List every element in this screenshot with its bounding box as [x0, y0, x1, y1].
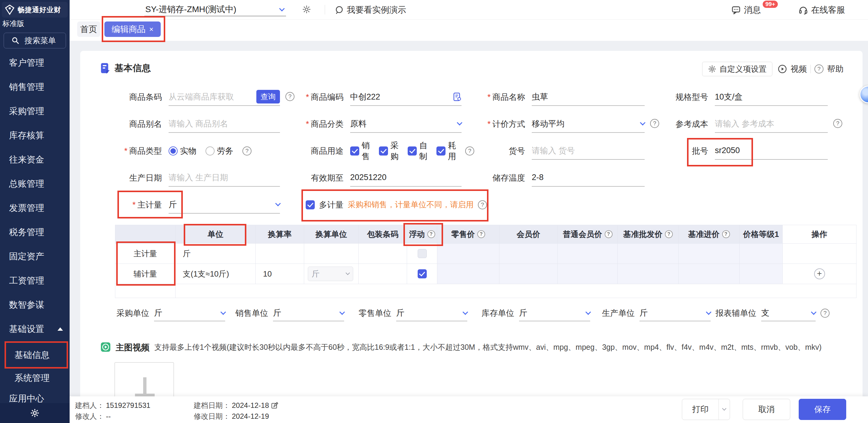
gear-icon[interactable] — [302, 5, 311, 14]
code-input[interactable]: 中创222 — [350, 88, 462, 106]
category-select[interactable]: 原料 — [350, 115, 462, 133]
cell-member[interactable] — [499, 243, 558, 264]
app-name: 畅捷通好业财 — [18, 5, 61, 14]
pack-barcode-input[interactable] — [359, 264, 407, 284]
cell-wholesale[interactable] — [618, 243, 679, 264]
sidebar-item-analytics[interactable]: 数智参谋 — [0, 298, 70, 312]
batch-input[interactable]: sr2050 — [715, 142, 828, 160]
conv-unit-select[interactable]: 斤 — [308, 267, 353, 281]
rate-input[interactable]: 10 — [256, 264, 304, 284]
temp-input[interactable]: 2-8 — [532, 169, 645, 187]
demo-link[interactable]: 我要看实例演示 — [335, 4, 406, 16]
sale-unit-select[interactable]: 斤 — [273, 305, 344, 321]
messages-button[interactable]: 消息 — [731, 4, 761, 16]
barcode-input[interactable]: 从云端商品库获取 查询 — [168, 88, 280, 106]
media-section: 主图视频 支持最多上传1个视频(建议时长30秒以内最多不高于60秒，宽高比16:… — [100, 341, 829, 353]
cell-level1[interactable] — [740, 264, 783, 284]
help-link[interactable]: 帮助 — [827, 64, 843, 74]
expiry-input[interactable]: 20251220 — [350, 169, 462, 187]
sidebar-item-invoice[interactable]: 发票管理 — [0, 201, 70, 215]
proddate-input[interactable]: 请输入 生产日期 — [168, 169, 280, 187]
checkbox-checked-icon — [350, 147, 359, 156]
sidebar-item-ledger[interactable]: 总账管理 — [0, 177, 70, 191]
print-button[interactable]: 打印 — [682, 399, 718, 420]
query-button[interactable]: 查询 — [256, 90, 280, 103]
checkbox-usage-sale[interactable]: 销售 — [350, 140, 370, 162]
artno-input[interactable]: 请输入 货号 — [532, 142, 645, 160]
tab-edit-product[interactable]: 编辑商品 × — [104, 22, 161, 37]
cancel-button[interactable]: 取消 — [743, 399, 790, 420]
col-member-price: 会员价 — [499, 225, 558, 243]
tab-bar: 首页 编辑商品 × ✕ — [70, 19, 868, 41]
sidebar-item-system[interactable]: 系统管理 — [0, 371, 70, 385]
search-icon — [11, 36, 20, 45]
gear-icon[interactable] — [30, 408, 40, 418]
alias-input[interactable]: 请输入 商品别名 — [168, 115, 280, 133]
sidebar-item-funds[interactable]: 往来资金 — [0, 153, 70, 166]
code-rule-icon[interactable] — [453, 92, 462, 101]
cell-level1[interactable] — [740, 243, 783, 264]
checkbox-usage-purchase[interactable]: 采购 — [379, 140, 399, 162]
radio-service[interactable]: 劳务 — [206, 145, 234, 156]
field-proddate: 生产日期 请输入 生产日期 — [115, 164, 297, 191]
sidebar-search-placeholder: 搜索菜单 — [25, 35, 56, 46]
sidebar-item-customer[interactable]: 客户管理 — [0, 56, 70, 70]
table-header-row: 单位 换算率 换算单位 包装条码 浮动 零售价 会员价 普通会员价 基准批发价 … — [115, 225, 857, 243]
field-name: 商品名称 虫草 — [478, 84, 661, 110]
checkbox-floating-checked[interactable] — [417, 269, 427, 279]
cell-retail[interactable] — [437, 243, 499, 264]
cell-wholesale[interactable] — [618, 264, 679, 284]
tab-home[interactable]: 首页 — [77, 22, 100, 37]
close-tab-icon[interactable]: × — [149, 25, 153, 34]
cell-common-member[interactable] — [558, 243, 618, 264]
modifier-meta: 修改人：-- — [75, 412, 111, 421]
add-row-icon[interactable] — [814, 268, 825, 279]
retail-unit-select[interactable]: 斤 — [396, 305, 467, 321]
checkbox-checked-icon — [408, 147, 417, 156]
help-group: 视频 帮助 — [778, 62, 843, 76]
report-aux-unit-select[interactable]: 支 — [761, 305, 816, 321]
refcost-input[interactable]: 请输入 参考成本 — [715, 115, 828, 133]
sidebar-item-tax[interactable]: 税务管理 — [0, 226, 70, 239]
cell-purchase[interactable] — [679, 243, 740, 264]
production-unit-select[interactable]: 斤 — [640, 305, 711, 321]
mainunit-select[interactable]: 斤 — [168, 196, 280, 214]
checkbox-floating-disabled — [417, 249, 427, 258]
org-selector-underline — [144, 16, 286, 17]
cell-common-member[interactable] — [558, 264, 618, 284]
valuation-select[interactable]: 移动平均 — [532, 115, 645, 133]
sidebar-item-payroll[interactable]: 工资管理 — [0, 274, 70, 288]
checkbox-multiunit[interactable] — [306, 200, 315, 209]
col-retail-price: 零售价 — [437, 225, 499, 243]
field-spec: 规格型号 10支/盒 — [661, 84, 844, 110]
save-button[interactable]: 保存 — [799, 399, 846, 420]
sidebar-item-basic-info[interactable]: 基础信息 — [0, 349, 70, 362]
sidebar-item-inventory[interactable]: 库存核算 — [0, 129, 70, 142]
print-dropdown-button[interactable] — [718, 399, 730, 420]
sidebar-item-assets[interactable]: 固定资产 — [0, 250, 70, 263]
sidebar-search[interactable]: 搜索菜单 — [4, 33, 66, 48]
checkbox-usage-selfmade[interactable]: 自制 — [408, 140, 427, 162]
custom-fields-button[interactable]: 自定义项设置 — [702, 62, 772, 76]
question-icon — [605, 230, 613, 238]
logo-icon — [4, 4, 15, 15]
name-input[interactable]: 虫草 — [532, 88, 645, 106]
sidebar-item-purchase[interactable]: 采购管理 — [0, 105, 70, 118]
sidebar-item-settings[interactable]: 基础设置 — [0, 323, 70, 336]
cell-purchase[interactable] — [679, 264, 740, 284]
created-date-meta: 建档日期：2024-12-18 — [194, 401, 278, 410]
video-link[interactable]: 视频 — [790, 64, 807, 74]
support-button[interactable]: 在线客服 — [798, 4, 845, 16]
checkbox-usage-consume[interactable]: 耗用 — [436, 140, 456, 162]
spec-input[interactable]: 10支/盒 — [715, 88, 828, 106]
radio-physical[interactable]: 实物 — [168, 145, 196, 156]
edit-pencil-icon[interactable] — [271, 402, 278, 409]
cell-member[interactable] — [499, 264, 558, 284]
cell-retail[interactable] — [437, 264, 499, 284]
sidebar-item-sales[interactable]: 销售管理 — [0, 80, 70, 94]
stock-unit-select[interactable]: 斤 — [519, 305, 590, 321]
org-selector[interactable]: SY-进销存-ZMH(测试中) — [145, 4, 236, 15]
field-report-aux-unit: 报表辅单位 支 — [715, 303, 830, 323]
field-usage: 商品用途 销售 采购 自制 耗用 — [297, 137, 478, 164]
purchase-unit-select[interactable]: 斤 — [154, 305, 225, 321]
